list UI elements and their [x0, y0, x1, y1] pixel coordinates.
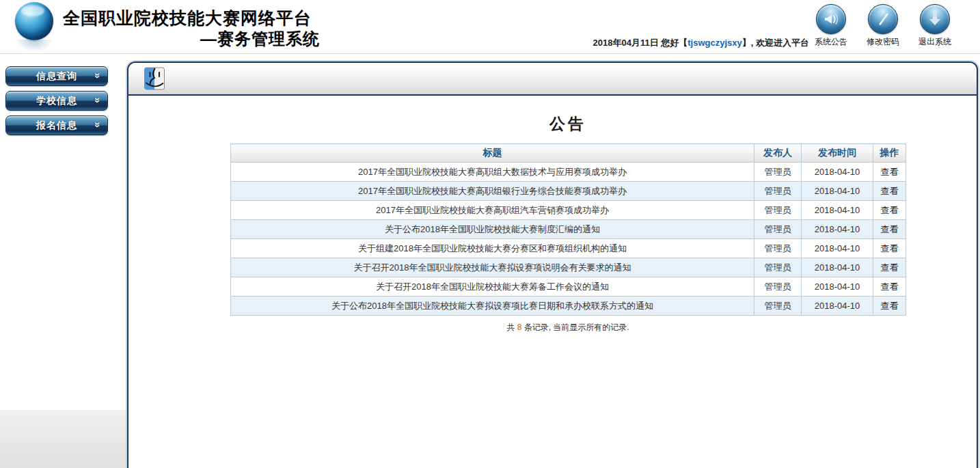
announcement-row: 关于公布2018年全国职业院校技能大赛制度汇编的通知管理员2018-04-10查… [231, 220, 906, 239]
logout-label: 退出系统 [918, 36, 951, 48]
announcement-row: 2017年全国职业院校技能大赛高职组汽车营销赛项成功举办管理员2018-04-1… [231, 201, 906, 220]
records-prefix: 共 [506, 322, 517, 332]
sidebar-item-info-query[interactable]: 信息查询 » [5, 66, 108, 86]
column-header-publisher: 发布人 [754, 144, 802, 163]
publisher-cell: 管理员 [754, 182, 802, 201]
announcements-table: 标题 发布人 发布时间 操作 2017年全国职业院校技能大赛高职组大数据技术与应… [230, 143, 906, 316]
announcement-row: 关于召开2018年全国职业院校技能大赛筹备工作会议的通知管理员2018-04-1… [231, 277, 906, 297]
publisher-cell: 管理员 [754, 239, 802, 258]
globe-logo-icon [15, 2, 53, 40]
content-area: 公告 标题 发布人 发布时间 操作 2017年全国职业院校技能大赛高职组大数据技… [128, 96, 977, 333]
change-password-label: 修改密码 [867, 36, 899, 48]
view-link[interactable]: 查看 [873, 220, 906, 239]
announcement-title-cell: 关于组建2018年全国职业院校技能大赛分赛区和赛项组织机构的通知 [231, 239, 754, 258]
globe-logo-reflection [15, 40, 53, 52]
finder-icon [144, 66, 165, 92]
logout-arrow-icon [920, 4, 950, 34]
app-title: 全国职业院校技能大赛网络平台 —赛务管理系统 [63, 8, 320, 49]
chevron-down-icon: » [92, 97, 104, 103]
app-title-line1: 全国职业院校技能大赛网络平台 [63, 8, 320, 29]
page-title: 公告 [230, 113, 906, 135]
announcement-row: 2017年全国职业院校技能大赛高职组大数据技术与应用赛项成功举办管理员2018-… [231, 163, 906, 182]
announcement-row: 关于组建2018年全国职业院校技能大赛分赛区和赛项组织机构的通知管理员2018-… [231, 239, 906, 258]
announcement-title-cell: 关于公布2018年全国职业院校技能大赛拟设赛项比赛日期和承办校联系方式的通知 [231, 297, 754, 316]
logout-button[interactable]: 退出系统 [914, 4, 955, 48]
welcome-username: tjswgczyjsxy [688, 38, 742, 48]
table-header-row: 标题 发布人 发布时间 操作 [231, 144, 906, 163]
publisher-cell: 管理员 [754, 277, 802, 297]
sidebar-menu: 信息查询 » 学校信息 » 报名信息 » [5, 66, 108, 140]
view-link[interactable]: 查看 [873, 297, 906, 316]
publisher-cell: 管理员 [754, 201, 802, 220]
publish-date-cell: 2018-04-10 [802, 163, 873, 182]
app-title-line2: —赛务管理系统 [63, 29, 320, 49]
publish-date-cell: 2018-04-10 [802, 220, 873, 239]
announcement-row: 关于公布2018年全国职业院校技能大赛拟设赛项比赛日期和承办校联系方式的通知管理… [231, 297, 906, 316]
publish-date-cell: 2018-04-10 [802, 201, 873, 220]
publish-date-cell: 2018-04-10 [802, 277, 873, 297]
page-background-block [0, 410, 126, 468]
column-header-date: 发布时间 [802, 144, 873, 163]
sidebar-item-label: 学校信息 [36, 95, 77, 107]
welcome-message: 2018年04月11日 您好【tjswgczyjsxy】, 欢迎进入平台 [593, 37, 809, 49]
publish-date-cell: 2018-04-10 [802, 239, 873, 258]
announcement-section: 公告 标题 发布人 发布时间 操作 2017年全国职业院校技能大赛高职组大数据技… [230, 113, 906, 333]
view-link[interactable]: 查看 [873, 277, 906, 297]
announcement-title-cell: 2017年全国职业院校技能大赛高职组汽车营销赛项成功举办 [231, 201, 754, 220]
publisher-cell: 管理员 [754, 220, 802, 239]
announcement-row: 关于召开2018年全国职业院校技能大赛拟设赛项说明会有关要求的通知管理员2018… [231, 258, 906, 277]
content-toolbar [128, 63, 977, 96]
publish-date-cell: 2018-04-10 [802, 297, 873, 316]
pencil-icon [868, 4, 898, 34]
welcome-prefix: 2018年04月11日 您好【 [593, 38, 688, 48]
records-suffix: 条记录, 当前显示所有的记录. [521, 322, 629, 332]
announcement-title-cell: 2017年全国职业院校技能大赛高职组银行业务综合技能赛项成功举办 [231, 182, 754, 201]
announcement-title-cell: 关于召开2018年全国职业院校技能大赛筹备工作会议的通知 [231, 277, 754, 297]
view-link[interactable]: 查看 [873, 163, 906, 182]
sidebar-item-school-info[interactable]: 学校信息 » [5, 91, 108, 111]
publisher-cell: 管理员 [754, 297, 802, 316]
change-password-button[interactable]: 修改密码 [862, 4, 903, 48]
view-link[interactable]: 查看 [873, 258, 906, 277]
announcement-row: 2017年全国职业院校技能大赛高职组银行业务综合技能赛项成功举办管理员2018-… [231, 182, 906, 201]
megaphone-icon [816, 4, 846, 34]
view-link[interactable]: 查看 [873, 239, 906, 258]
header-actions: 系统公告 修改密码 退出系统 [811, 4, 955, 48]
system-announcement-label: 系统公告 [815, 36, 847, 48]
welcome-suffix: 】, 欢迎进入平台 [742, 38, 809, 48]
sidebar-item-label: 信息查询 [36, 70, 77, 83]
publisher-cell: 管理员 [754, 258, 802, 277]
publish-date-cell: 2018-04-10 [802, 258, 873, 277]
announcement-title-cell: 关于召开2018年全国职业院校技能大赛拟设赛项说明会有关要求的通知 [231, 258, 754, 277]
chevron-down-icon: » [92, 122, 104, 128]
view-link[interactable]: 查看 [873, 201, 906, 220]
view-link[interactable]: 查看 [873, 182, 906, 201]
announcements-tbody: 2017年全国职业院校技能大赛高职组大数据技术与应用赛项成功举办管理员2018-… [231, 163, 906, 316]
sidebar-item-label: 报名信息 [36, 120, 77, 132]
column-header-action: 操作 [873, 144, 906, 163]
announcement-title-cell: 2017年全国职业院校技能大赛高职组大数据技术与应用赛项成功举办 [231, 163, 754, 182]
records-summary: 共 8 条记录, 当前显示所有的记录. [230, 322, 906, 333]
chevron-down-icon: » [92, 72, 104, 79]
announcement-title-cell: 关于公布2018年全国职业院校技能大赛制度汇编的通知 [231, 220, 754, 239]
system-announcement-button[interactable]: 系统公告 [811, 4, 852, 48]
app-header: 全国职业院校技能大赛网络平台 —赛务管理系统 2018年04月11日 您好【tj… [0, 0, 980, 54]
column-header-title: 标题 [231, 144, 754, 163]
main-content-panel: 公告 标题 发布人 发布时间 操作 2017年全国职业院校技能大赛高职组大数据技… [127, 61, 978, 468]
sidebar-item-registration-info[interactable]: 报名信息 » [5, 115, 108, 135]
publisher-cell: 管理员 [754, 163, 802, 182]
publish-date-cell: 2018-04-10 [802, 182, 873, 201]
